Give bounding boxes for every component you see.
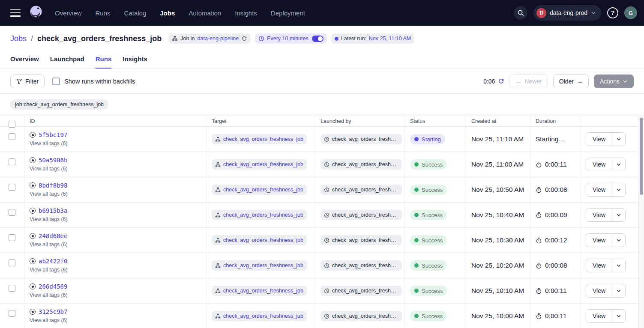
refresh-icon[interactable]	[498, 78, 504, 84]
run-id-link[interactable]: 248d68ee	[39, 233, 67, 239]
tab-launchpad[interactable]: Launchpad	[50, 55, 84, 69]
view-button[interactable]: View	[586, 209, 612, 221]
launched-by-pill[interactable]: check_avg_orders_freshn…	[321, 260, 402, 271]
row-checkbox[interactable]	[9, 285, 15, 292]
nav-item-runs[interactable]: Runs	[96, 9, 111, 17]
tab-overview[interactable]: Overview	[10, 55, 39, 69]
view-dropdown-button[interactable]	[612, 284, 625, 297]
nav-item-insights[interactable]: Insights	[235, 9, 257, 17]
view-all-tags-link[interactable]: View all tags (6)	[30, 140, 201, 146]
row-checkbox[interactable]	[9, 184, 15, 191]
row-checkbox[interactable]	[9, 158, 15, 165]
view-dropdown-button[interactable]	[612, 158, 625, 171]
launched-by-pill[interactable]: check_avg_orders_freshn…	[321, 210, 402, 220]
nav-item-jobs[interactable]: Jobs	[160, 9, 175, 17]
view-dropdown-button[interactable]	[612, 133, 625, 146]
view-button[interactable]: View	[586, 158, 612, 171]
view-button[interactable]: View	[586, 183, 612, 196]
view-button[interactable]: View	[586, 284, 612, 297]
view-button-group: View	[586, 309, 626, 323]
created-at-cell: Nov 25, 11:00 AM	[465, 152, 530, 177]
view-all-tags-link[interactable]: View all tags (6)	[30, 267, 201, 273]
view-dropdown-button[interactable]	[612, 234, 625, 247]
newer-button[interactable]: ← Newer	[509, 75, 548, 88]
duration-value: 0:00:11	[545, 287, 567, 295]
view-all-tags-link[interactable]: View all tags (6)	[30, 216, 201, 222]
latest-run-label: Latest run:	[341, 36, 366, 42]
nav-item-catalog[interactable]: Catalog	[124, 9, 147, 17]
repo-link[interactable]: data-eng-pipeline	[198, 36, 239, 42]
tab-insights[interactable]: Insights	[123, 55, 147, 69]
funnel-icon	[16, 78, 22, 84]
search-button[interactable]	[514, 6, 527, 20]
launched-by-pill[interactable]: check_avg_orders_freshn…	[321, 311, 402, 321]
row-checkbox[interactable]	[9, 310, 15, 317]
view-dropdown-button[interactable]	[612, 209, 625, 221]
target-job-pill[interactable]: check_avg_orders_freshness_job	[212, 159, 307, 170]
job-filter-tag[interactable]: job:check_avg_orders_freshness_job	[10, 99, 108, 110]
launched-by-pill[interactable]: check_avg_orders_freshn…	[321, 159, 402, 170]
status-label: Success	[422, 237, 443, 244]
actions-button[interactable]: Actions	[594, 75, 634, 88]
run-id-link[interactable]: ab2422f0	[39, 258, 67, 265]
run-id-link[interactable]: 5f5bc197	[39, 131, 67, 138]
backfills-checkbox[interactable]	[52, 78, 60, 85]
table-header-row: ID Target Launched by Status Created at …	[0, 114, 638, 127]
user-avatar[interactable]: G	[624, 6, 637, 19]
target-job-pill[interactable]: check_avg_orders_freshness_job	[212, 185, 307, 195]
launched-by-pill[interactable]: check_avg_orders_freshn…	[321, 286, 402, 296]
view-dropdown-button[interactable]	[612, 310, 625, 322]
breadcrumb-jobs-link[interactable]: Jobs	[10, 34, 27, 43]
target-job-pill[interactable]: check_avg_orders_freshness_job	[212, 235, 307, 245]
org-switcher[interactable]: D data-eng-prod	[533, 5, 601, 21]
reload-icon[interactable]	[241, 36, 247, 42]
view-all-tags-link[interactable]: View all tags (6)	[30, 317, 201, 323]
dagster-logo-icon[interactable]	[28, 4, 44, 21]
run-id-link[interactable]: 3125c9b7	[39, 308, 67, 315]
view-button[interactable]: View	[586, 310, 612, 322]
launched-by-name: check_avg_orders_freshn…	[332, 212, 398, 218]
view-button[interactable]: View	[586, 234, 612, 247]
nav-item-automation[interactable]: Automation	[189, 9, 221, 17]
row-checkbox[interactable]	[9, 234, 15, 241]
run-id-link[interactable]: b6915b3a	[39, 207, 67, 214]
row-checkbox[interactable]	[9, 259, 15, 266]
view-dropdown-button[interactable]	[612, 183, 625, 196]
view-all-tags-link[interactable]: View all tags (6)	[30, 191, 201, 197]
nav-item-deployment[interactable]: Deployment	[271, 9, 305, 17]
view-button[interactable]: View	[586, 133, 612, 146]
table-row: 50a5986b View all tags (6) check_avg_ord…	[0, 152, 638, 177]
run-id-link[interactable]: 266d4569	[39, 283, 67, 290]
run-id-link[interactable]: 50a5986b	[39, 157, 67, 164]
menu-icon[interactable]	[10, 9, 21, 17]
latest-run-link[interactable]: Nov 25, 11:10 AM	[369, 36, 411, 42]
help-button[interactable]: ?	[607, 7, 618, 18]
launched-by-pill[interactable]: check_avg_orders_freshn…	[321, 134, 402, 144]
scrollbar-thumb[interactable]	[640, 118, 643, 195]
older-button[interactable]: Older →	[553, 75, 589, 88]
row-checkbox[interactable]	[9, 133, 15, 140]
launched-by-pill[interactable]: check_avg_orders_freshn…	[321, 185, 402, 195]
target-job-pill[interactable]: check_avg_orders_freshness_job	[212, 210, 307, 220]
target-job-pill[interactable]: check_avg_orders_freshness_job	[212, 260, 307, 271]
run-id-link[interactable]: 8bdf8b98	[39, 182, 67, 189]
view-all-tags-link[interactable]: View all tags (6)	[30, 242, 201, 247]
launched-by-pill[interactable]: check_avg_orders_freshn…	[321, 235, 402, 245]
launched-by-name: check_avg_orders_freshn…	[332, 136, 398, 142]
stopwatch-icon	[536, 313, 542, 319]
row-checkbox[interactable]	[9, 209, 15, 216]
col-header-actions	[581, 114, 638, 128]
filter-button[interactable]: Filter	[10, 75, 45, 88]
target-job-pill[interactable]: check_avg_orders_freshness_job	[212, 311, 307, 321]
vertical-scrollbar[interactable]	[638, 114, 644, 328]
created-at-cell: Nov 25, 10:30 AM	[465, 228, 530, 253]
target-job-pill[interactable]: check_avg_orders_freshness_job	[212, 286, 307, 296]
nav-item-overview[interactable]: Overview	[55, 9, 82, 17]
view-all-tags-link[interactable]: View all tags (6)	[30, 292, 201, 298]
view-dropdown-button[interactable]	[612, 259, 625, 272]
schedule-toggle[interactable]	[312, 36, 323, 42]
target-job-pill[interactable]: check_avg_orders_freshness_job	[212, 134, 307, 144]
view-button[interactable]: View	[586, 259, 612, 272]
view-all-tags-link[interactable]: View all tags (6)	[30, 166, 201, 172]
tab-runs[interactable]: Runs	[96, 55, 112, 69]
